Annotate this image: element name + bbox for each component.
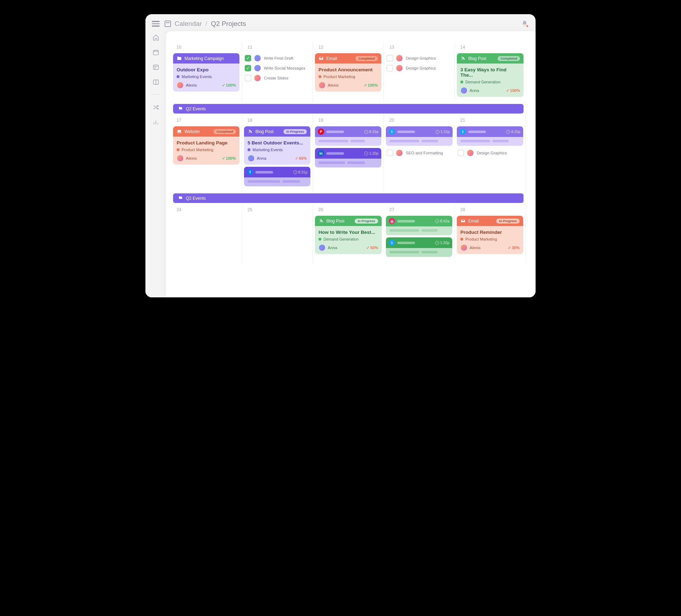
day-26[interactable]: 26 Blog Post In Progress How to Write Yo… <box>313 204 384 263</box>
sidebar <box>145 31 166 297</box>
social-time: 8:42a <box>440 219 449 223</box>
progress: 100% <box>368 83 378 87</box>
day-11[interactable]: 11 ✓Write Final Draft ✓Write Social Mess… <box>242 42 313 103</box>
checkbox[interactable] <box>245 75 251 81</box>
task-row[interactable]: Design Graphics <box>457 148 523 158</box>
avatar <box>467 149 474 156</box>
avatar <box>319 244 326 251</box>
day-19[interactable]: 19 P8:15a in1:20p <box>313 115 384 192</box>
task-label: Write Social Messages <box>264 66 305 70</box>
analytics-icon[interactable] <box>152 118 160 126</box>
task-row[interactable]: Create Slides <box>244 73 310 83</box>
task-row[interactable]: ✓Write Final Draft <box>244 53 310 63</box>
card-tag: Product Marketing <box>465 237 497 241</box>
task-label: Design Graphics <box>406 56 436 60</box>
svg-rect-0 <box>153 50 158 55</box>
day-number: 17 <box>173 115 239 126</box>
social-facebook[interactable]: f8:31p <box>244 167 310 186</box>
card-website-landing[interactable]: Website Completed Product Landing Page P… <box>173 126 239 165</box>
social-linkedin[interactable]: in1:20p <box>315 148 381 167</box>
app-header: Calendar / Q2 Projects <box>145 14 536 31</box>
notifications-button[interactable] <box>521 20 528 27</box>
checkbox[interactable] <box>387 55 393 61</box>
checkbox[interactable] <box>387 65 393 71</box>
rss-icon <box>248 129 253 134</box>
assignee: Alexis <box>186 156 197 160</box>
social-instagram[interactable]: ◎8:42a <box>386 216 452 235</box>
card-title: 5 Best Outdoor Events... <box>248 140 307 145</box>
day-28[interactable]: 28 Email In Progress Product Reminder Pr… <box>455 204 526 263</box>
social-pinterest[interactable]: P8:15a <box>315 126 381 146</box>
clock-icon <box>506 130 510 134</box>
social-time: 4:15p <box>511 130 520 134</box>
card-tag: Demand Generation <box>323 237 359 241</box>
card-header-label: Marketing Campaign <box>184 56 224 61</box>
span-bar-q2-events-2[interactable]: Q2 Events <box>173 193 524 203</box>
checkbox-done[interactable]: ✓ <box>245 65 251 71</box>
notification-dot <box>526 25 528 27</box>
card-title: Product Announcement <box>319 67 378 72</box>
checkbox[interactable] <box>387 150 393 156</box>
task-row[interactable]: Design Graphics <box>386 53 452 63</box>
svg-rect-1 <box>153 65 158 70</box>
day-number: 14 <box>457 42 524 53</box>
social-twitter[interactable]: t1:20p <box>386 237 452 257</box>
card-email-announcement[interactable]: Email Completed Product Announcement Pro… <box>315 53 381 92</box>
home-icon[interactable] <box>152 33 160 41</box>
day-21[interactable]: 21 t4:15p Design Graphics <box>455 115 526 192</box>
day-10[interactable]: 10 Marketing Campaign Outdoor Expo Marke… <box>171 42 242 103</box>
calendar-nav-icon[interactable] <box>152 48 160 56</box>
day-24[interactable]: 24 <box>171 204 242 263</box>
card-tag: Demand Generation <box>465 80 500 84</box>
breadcrumb-root[interactable]: Calendar <box>175 20 202 28</box>
day-number: 10 <box>173 42 239 53</box>
card-header-label: Blog Post <box>468 56 486 61</box>
folder-icon <box>178 196 183 201</box>
card-blog-outdoor[interactable]: Blog Post In Progress 5 Best Outdoor Eve… <box>244 126 310 165</box>
checkbox[interactable] <box>458 150 464 156</box>
checkbox-done[interactable]: ✓ <box>245 55 251 61</box>
status-pill: Completed <box>498 56 520 61</box>
day-18[interactable]: 18 Blog Post In Progress 5 Best Outdoor … <box>242 115 313 192</box>
card-blog-write-best[interactable]: Blog Post In Progress How to Write Your … <box>315 216 382 254</box>
columns-icon[interactable] <box>152 78 160 86</box>
social-twitter[interactable]: t1:15p <box>386 126 453 146</box>
social-twitter[interactable]: t4:15p <box>457 126 523 146</box>
status-pill: Completed <box>355 56 378 61</box>
card-email-reminder[interactable]: Email In Progress Product Reminder Produ… <box>457 216 523 254</box>
assignee: Anna <box>328 246 337 250</box>
task-row[interactable]: SEO and Formatting <box>386 148 453 158</box>
day-20[interactable]: 20 t1:15p SEO and Formatting <box>384 115 455 192</box>
span-bar-q2-events[interactable]: Q2 Events <box>173 104 524 114</box>
span-bar-label: Q2 Events <box>186 106 206 111</box>
day-13[interactable]: 13 Design Graphics Design Graphics <box>384 42 455 103</box>
assignee: Anna <box>257 156 266 160</box>
progress: 50% <box>370 246 378 250</box>
calendar-content: 10 Marketing Campaign Outdoor Expo Marke… <box>166 31 536 297</box>
breadcrumb-current[interactable]: Q2 Projects <box>211 20 246 28</box>
avatar <box>248 155 255 162</box>
day-27[interactable]: 27 ◎8:42a t1:20p <box>384 204 455 263</box>
shuffle-icon[interactable] <box>152 103 160 111</box>
day-14[interactable]: 14 Blog Post Completed 3 Easy Ways to Fi… <box>455 42 526 103</box>
breadcrumb: Calendar / Q2 Projects <box>165 20 246 28</box>
status-pill: In Progress <box>355 219 378 224</box>
card-title: Product Reminder <box>460 230 520 235</box>
facebook-icon: f <box>247 169 253 175</box>
clock-icon <box>435 219 439 223</box>
status-pill: In Progress <box>283 129 307 134</box>
day-25[interactable]: 25 <box>242 204 313 263</box>
card-marketing-campaign[interactable]: Marketing Campaign Outdoor Expo Marketin… <box>173 53 239 92</box>
avatar <box>177 82 184 89</box>
task-row[interactable]: Design Graphics <box>386 63 452 73</box>
day-17[interactable]: 17 Website Completed Product Landing Pag… <box>171 115 242 192</box>
menu-toggle[interactable] <box>152 21 160 27</box>
card-blog-find[interactable]: Blog Post Completed 3 Easy Ways to Find … <box>457 53 524 97</box>
task-row[interactable]: ✓Write Social Messages <box>244 63 310 73</box>
day-12[interactable]: 12 Email Completed Product Announcement … <box>313 42 384 103</box>
task-label: Design Graphics <box>477 151 507 155</box>
layout-icon[interactable] <box>152 63 160 71</box>
progress: 100% <box>226 83 236 87</box>
day-number: 24 <box>173 204 239 216</box>
clock-icon <box>293 170 297 174</box>
